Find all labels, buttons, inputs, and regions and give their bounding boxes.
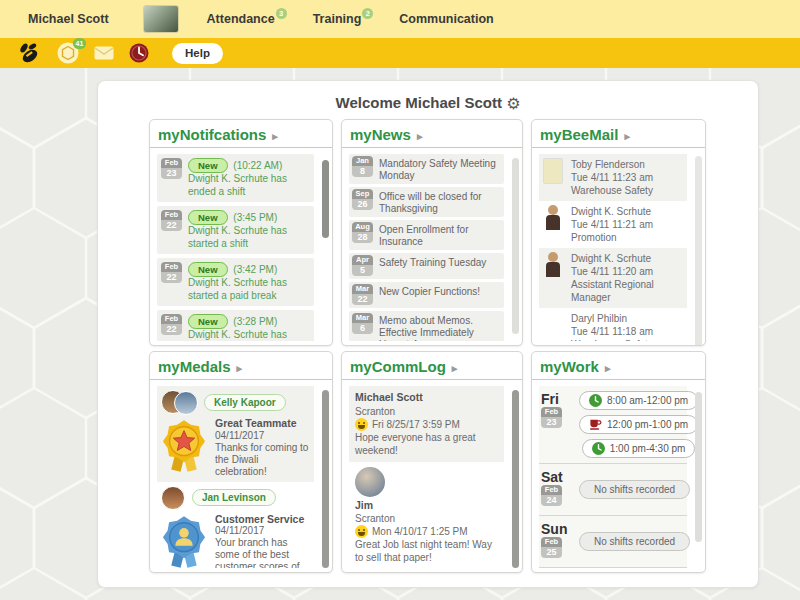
news-item[interactable]: Sep26 Office will be closed for Thanksgi… [349, 187, 504, 217]
honeycomb-icon[interactable]: 41 [57, 42, 79, 64]
time-clock-icon[interactable] [129, 43, 149, 63]
user-name[interactable]: Michael Scott [28, 12, 109, 26]
mail-icon[interactable] [94, 46, 114, 60]
mymedals-title[interactable]: myMedals▸ [158, 358, 324, 379]
settings-gear-icon[interactable]: ⚙ [506, 95, 520, 112]
nav-item-label: Communication [399, 12, 493, 26]
news-item[interactable]: Aug28 Open Enrollment for Insurance [349, 220, 504, 250]
shift-time: 1:00 pm-4:30 pm [610, 443, 686, 454]
shift-time: 8:00 am-12:00 pm [607, 395, 688, 406]
notification-time: (10:22 AM) [233, 160, 282, 171]
news-item[interactable]: Mar6 Memo about Memos. Effective Immedia… [349, 311, 504, 341]
mycommlog-title[interactable]: myCommLog▸ [350, 358, 514, 379]
date-badge: Feb22 [161, 210, 182, 231]
scrollbar-thumb[interactable] [695, 156, 702, 346]
notification-text: New (3:42 PM) Dwight K. Scrhute has star… [188, 262, 310, 302]
news-headline: New Copier Functions! [379, 284, 480, 298]
news-headline: Memo about Memos. Effective Immediately … [379, 313, 501, 341]
scrollbar-thumb[interactable] [322, 160, 329, 238]
welcome-header: Welcome Michael Scott ⚙ [98, 94, 758, 113]
bee-icon[interactable] [16, 42, 42, 64]
news-headline: Office will be closed for Thanksgiving [379, 189, 501, 215]
news-item[interactable]: Apr5 Safety Training Tuesday [349, 253, 504, 279]
shift-icon [592, 442, 605, 455]
beemail-item[interactable]: Dwight K. Scrhute Tue 4/11 11:21 am Prom… [539, 201, 687, 248]
giver-avatar [161, 390, 185, 414]
date-badge: Aug28 [352, 222, 373, 243]
medal-item[interactable]: Jan Levinson [157, 482, 314, 568]
mynews-title[interactable]: myNews▸ [350, 126, 514, 147]
notifications-list: Feb23 New (10:22 AM) Dwight K. Scrhute h… [157, 154, 326, 341]
card-mynotifications: myNotifcations▸ Feb23 New (10:22 AM) Dwi… [149, 119, 333, 346]
date-badge: Feb25 [541, 537, 562, 558]
mybeemail-title[interactable]: myBeeMail▸ [540, 126, 697, 147]
nav-item-label: Training [313, 12, 362, 26]
scrollbar-thumb[interactable] [512, 158, 519, 334]
nav-item[interactable]: Training2 [313, 12, 374, 26]
beemail-item[interactable]: Dwight K. Scrhute Tue 4/11 11:20 am Assi… [539, 248, 687, 308]
news-item[interactable]: Mar22 New Copier Functions! [349, 282, 504, 308]
work-day-row: Sat Feb24 [539, 464, 687, 516]
date-badge: Mar6 [352, 313, 373, 334]
toolbar: 41 Help [0, 38, 800, 68]
sender-name: Daryl Philbin [571, 313, 627, 324]
mywork-title[interactable]: myWork▸ [540, 358, 697, 379]
medal-title: Customer Service [215, 513, 310, 526]
new-badge: New [188, 158, 228, 173]
commlog-item[interactable]: Jim Scranton Mon 4/10/17 1:25 PM Great J… [349, 462, 504, 568]
medal-date: 04/11/2017 [215, 430, 310, 442]
mail-date: Tue 4/11 11:20 am [571, 266, 653, 277]
card-mynews: myNews▸ Jan8 Mandatory Safety Meeting Mo… [341, 119, 523, 346]
top-navigation-bar: Michael Scott Attendance3 Training2 Comm… [0, 0, 800, 38]
sender-avatar [543, 158, 563, 184]
poster-name: Michael Scott [355, 391, 498, 405]
medal-description: Your branch has some of the best custome… [215, 537, 310, 568]
help-button[interactable]: Help [172, 43, 223, 64]
commlog-list: Michael Scott Scranton Fri 8/25/17 3:59 … [349, 386, 516, 568]
notification-item[interactable]: Feb22 New (3:28 PM) Dwight K. Scrhute ha… [157, 310, 314, 341]
user-avatar[interactable] [143, 5, 179, 33]
card-mybeemail: myBeeMail▸ Toby Flenderson Tue 4/11 11:2… [531, 119, 706, 346]
scrollbar-thumb[interactable] [322, 390, 329, 568]
divider [342, 147, 522, 148]
mail-date: Tue 4/11 11:23 am [571, 172, 653, 183]
notification-item[interactable]: Feb23 New (10:22 AM) Dwight K. Scrhute h… [157, 154, 314, 202]
scrollbar-thumb[interactable] [695, 392, 702, 542]
work-schedule: Fri Feb23 [539, 386, 699, 568]
card-mycommlog: myCommLog▸ Michael Scott Scranton Fri 8/… [341, 351, 523, 573]
news-headline: Mandatory Safety Meeting Monday [379, 156, 501, 182]
news-item[interactable]: Jan8 Mandatory Safety Meeting Monday [349, 154, 504, 184]
notification-text: New (10:22 AM) Dwight K. Scrhute has end… [188, 158, 310, 198]
date-badge: Feb22 [161, 314, 182, 335]
beemail-item[interactable]: Daryl Philbin Tue 4/11 11:18 am Warehous… [539, 308, 687, 341]
notification-text: New (3:28 PM) Dwight K. Scrhute has star… [188, 314, 310, 341]
post-date: Fri 8/25/17 3:59 PM [372, 418, 460, 431]
beemail-item[interactable]: Toby Flenderson Tue 4/11 11:23 am Wareho… [539, 154, 687, 201]
shift-pill: 8:00 am-12:00 pm [579, 391, 698, 410]
post-date: Mon 4/10/17 1:25 PM [372, 525, 468, 538]
shift-pill: No shifts recorded [579, 532, 690, 551]
new-badge: New [188, 314, 228, 329]
card-mymedals: myMedals▸ Kelly Kapoor [149, 351, 333, 573]
work-day-row: Sun Feb25 [539, 516, 687, 568]
date-badge: Feb23 [161, 158, 182, 179]
nav-item-label: Attendance [207, 12, 275, 26]
scrollbar-thumb[interactable] [512, 390, 519, 568]
poster-location: Scranton [355, 405, 498, 418]
mynotifications-title[interactable]: myNotifcations▸ [158, 126, 324, 147]
giver-avatar [161, 486, 185, 510]
shift-time: 12:00 pm-1:00 pm [607, 419, 688, 430]
nav-item[interactable]: Communication [399, 12, 493, 26]
notification-item[interactable]: Feb22 New (3:45 PM) Dwight K. Scrhute ha… [157, 206, 314, 254]
medal-item[interactable]: Kelly Kapoor [157, 386, 314, 482]
notification-item[interactable]: Feb22 New (3:42 PM) Dwight K. Scrhute ha… [157, 258, 314, 306]
clock-icon [592, 442, 605, 455]
day-name: Sat [541, 469, 573, 485]
medal-description: Thanks for coming to the Diwali celebrat… [215, 442, 310, 478]
chevron-right-icon: ▸ [452, 362, 458, 374]
chevron-right-icon: ▸ [237, 362, 243, 374]
date-badge: Mar22 [352, 284, 373, 305]
honeycomb-badge: 41 [73, 38, 86, 49]
commlog-item[interactable]: Michael Scott Scranton Fri 8/25/17 3:59 … [349, 386, 504, 462]
nav-item[interactable]: Attendance3 [207, 12, 287, 26]
